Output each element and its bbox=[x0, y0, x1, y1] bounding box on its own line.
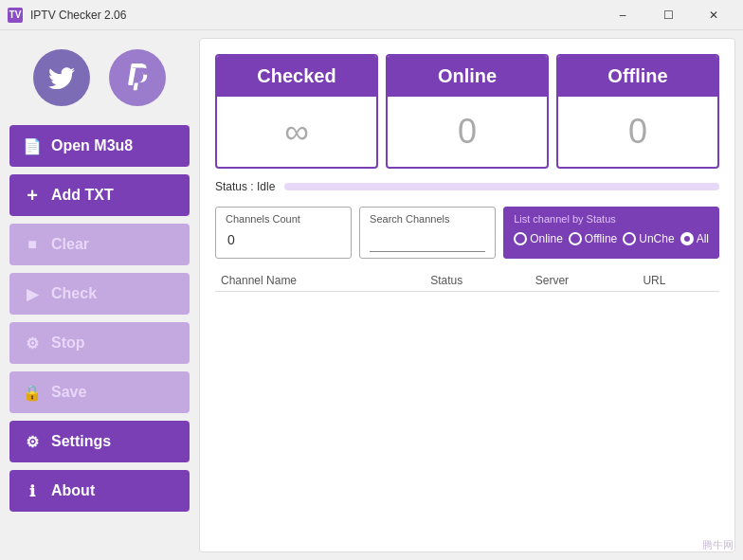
checked-header: Checked bbox=[217, 56, 376, 97]
maximize-button[interactable]: ☐ bbox=[646, 1, 690, 29]
radio-online-circle bbox=[514, 232, 527, 245]
col-url: URL bbox=[637, 270, 719, 292]
add-txt-label: Add TXT bbox=[51, 187, 114, 204]
channels-count-value: 0 bbox=[226, 232, 341, 247]
settings-button[interactable]: ⚙ Settings bbox=[9, 421, 190, 462]
app-icon: TV bbox=[8, 8, 23, 23]
watermark: 腾牛网 bbox=[702, 538, 734, 552]
save-label: Save bbox=[51, 384, 86, 401]
radio-all-label: All bbox=[697, 232, 709, 245]
radio-offline-label: Offline bbox=[585, 232, 617, 245]
clear-button[interactable]: ■ Clear bbox=[9, 224, 190, 265]
offline-value: 0 bbox=[558, 97, 717, 167]
search-channels-label: Search Channels bbox=[370, 213, 485, 225]
save-icon: 🔒 bbox=[23, 384, 42, 402]
status-text: Status : Idle bbox=[215, 180, 275, 193]
radio-group: Online Offline UnChe All bbox=[514, 232, 709, 245]
stats-row: Checked ∞ Online 0 Offline 0 bbox=[215, 54, 719, 169]
clear-icon: ■ bbox=[23, 236, 42, 253]
add-txt-button[interactable]: + Add TXT bbox=[9, 174, 190, 216]
check-button[interactable]: ▶ Check bbox=[9, 273, 190, 315]
save-button[interactable]: 🔒 Save bbox=[9, 371, 190, 413]
radio-all[interactable]: All bbox=[680, 232, 709, 245]
twitter-icon[interactable] bbox=[33, 49, 90, 106]
clear-label: Clear bbox=[51, 236, 89, 253]
status-bar: Status : Idle bbox=[215, 180, 719, 193]
progress-bar bbox=[284, 183, 719, 190]
check-icon: ▶ bbox=[23, 285, 42, 303]
social-icons-row bbox=[9, 49, 190, 106]
stop-icon: ⚙ bbox=[23, 334, 42, 352]
stop-button[interactable]: ⚙ Stop bbox=[9, 322, 190, 364]
settings-icon: ⚙ bbox=[23, 433, 42, 451]
main-container: 📄 Open M3u8 + Add TXT ■ Clear ▶ Check ⚙ … bbox=[0, 30, 743, 560]
app-title: IPTV Checker 2.06 bbox=[30, 9, 601, 22]
search-input[interactable] bbox=[370, 232, 485, 252]
radio-unchecked[interactable]: UnChe bbox=[623, 232, 674, 245]
online-header: Online bbox=[388, 56, 547, 97]
col-channel-name: Channel Name bbox=[215, 270, 425, 292]
col-status: Status bbox=[425, 270, 530, 292]
radio-unchecked-label: UnChe bbox=[639, 232, 674, 245]
check-label: Check bbox=[51, 285, 97, 302]
checked-card: Checked ∞ bbox=[215, 54, 378, 169]
radio-offline[interactable]: Offline bbox=[569, 232, 617, 245]
status-filter-label: List channel by Status bbox=[514, 213, 709, 225]
window-controls: – ☐ ✕ bbox=[601, 1, 735, 29]
title-bar: TV IPTV Checker 2.06 – ☐ ✕ bbox=[0, 0, 743, 30]
checked-value: ∞ bbox=[217, 97, 376, 167]
stop-label: Stop bbox=[51, 334, 85, 352]
open-m3u8-label: Open M3u8 bbox=[51, 137, 133, 154]
about-button[interactable]: ℹ About bbox=[9, 470, 190, 512]
close-button[interactable]: ✕ bbox=[692, 1, 735, 29]
offline-header: Offline bbox=[558, 56, 717, 97]
open-m3u8-button[interactable]: 📄 Open M3u8 bbox=[9, 125, 190, 167]
status-filter-box: List channel by Status Online Offline Un… bbox=[503, 207, 719, 259]
search-channels-box: Search Channels bbox=[359, 207, 496, 259]
paypal-icon[interactable] bbox=[109, 49, 166, 106]
content-area: Checked ∞ Online 0 Offline 0 Status : Id… bbox=[199, 38, 735, 552]
radio-online[interactable]: Online bbox=[514, 232, 563, 245]
col-server: Server bbox=[530, 270, 638, 292]
about-label: About bbox=[51, 482, 95, 499]
table-header-row: Channel Name Status Server URL bbox=[215, 270, 719, 292]
radio-unchecked-circle bbox=[623, 232, 636, 245]
channels-count-label: Channels Count bbox=[226, 213, 341, 225]
open-m3u8-icon: 📄 bbox=[23, 137, 42, 155]
radio-all-circle bbox=[680, 232, 694, 245]
minimize-button[interactable]: – bbox=[601, 1, 644, 29]
online-card: Online 0 bbox=[386, 54, 549, 169]
radio-online-label: Online bbox=[530, 232, 563, 245]
sidebar: 📄 Open M3u8 + Add TXT ■ Clear ▶ Check ⚙ … bbox=[0, 30, 199, 560]
online-value: 0 bbox=[388, 97, 547, 167]
channels-count-box: Channels Count 0 bbox=[215, 207, 352, 259]
filter-row: Channels Count 0 Search Channels List ch… bbox=[215, 207, 719, 259]
channel-table: Channel Name Status Server URL bbox=[215, 270, 719, 292]
about-icon: ℹ bbox=[23, 482, 42, 500]
settings-label: Settings bbox=[51, 433, 111, 450]
add-txt-icon: + bbox=[23, 185, 42, 207]
offline-card: Offline 0 bbox=[556, 54, 719, 169]
radio-offline-circle bbox=[569, 232, 582, 245]
